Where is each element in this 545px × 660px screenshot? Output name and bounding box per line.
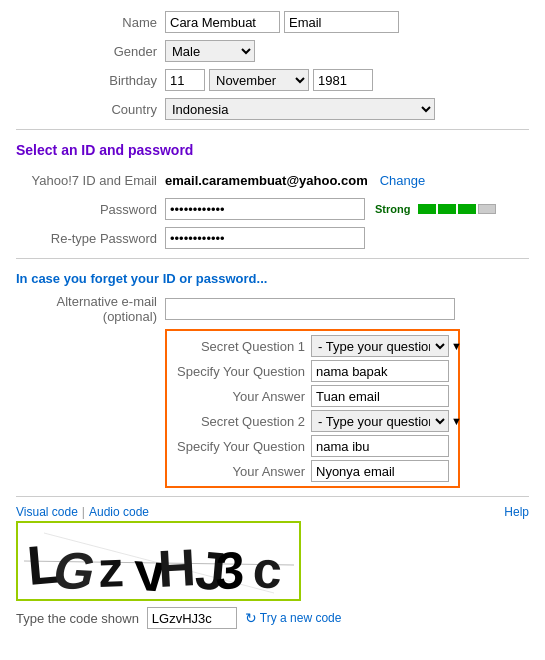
refresh-icon: ↻ (245, 610, 257, 626)
change-link[interactable]: Change (380, 173, 426, 188)
recovery-section-title: In case you forget your ID or password..… (0, 267, 545, 290)
strength-bars (418, 204, 496, 214)
try-new-label: Try a new code (260, 611, 342, 625)
specify-q2-label: Specify Your Question (173, 439, 311, 454)
svg-text:3: 3 (215, 540, 245, 599)
captcha-input-row: Type the code shown ↻ Try a new code (16, 607, 529, 629)
birthday-label: Birthday (0, 73, 165, 88)
gender-select[interactable]: Male Female (165, 40, 255, 62)
visual-code-tab[interactable]: Visual code (16, 505, 78, 519)
alt-email-input[interactable] (165, 298, 455, 320)
country-label: Country (0, 102, 165, 117)
first-name-input[interactable] (165, 11, 280, 33)
secret-q2-select[interactable]: - Type your question here - (311, 410, 449, 432)
yahoo-id-value: email.caramembuat@yahoo.com (165, 173, 368, 188)
id-password-section-title: Select an ID and password (0, 138, 545, 162)
svg-text:H: H (156, 538, 197, 598)
password-label: Password (0, 202, 165, 217)
birthday-year-input[interactable] (313, 69, 373, 91)
birthday-day-input[interactable] (165, 69, 205, 91)
captcha-help-link[interactable]: Help (504, 505, 529, 519)
retype-password-label: Re-type Password (0, 231, 165, 246)
alt-email-label: Alternative e-mail (optional) (0, 294, 165, 324)
specify-q1-input[interactable] (311, 360, 449, 382)
captcha-section: Visual code | Audio code Help L G z v H … (16, 505, 529, 629)
strength-bar-1 (418, 204, 436, 214)
captcha-tabs: Visual code | Audio code Help (16, 505, 529, 519)
country-select[interactable]: Indonesia United States United Kingdom A… (165, 98, 435, 120)
captcha-image: L G z v H J 3 c (16, 521, 301, 601)
yahoo-id-label: Yahoo!7 ID and Email (0, 173, 165, 188)
strength-bar-4 (478, 204, 496, 214)
svg-text:z: z (97, 541, 124, 598)
password-input[interactable] (165, 198, 365, 220)
name-label: Name (0, 15, 165, 30)
try-new-code-link[interactable]: ↻ Try a new code (245, 610, 342, 626)
secret-q2-label: Secret Question 2 (173, 414, 311, 429)
captcha-type-label: Type the code shown (16, 611, 139, 626)
retype-password-input[interactable] (165, 227, 365, 249)
strength-bar-3 (458, 204, 476, 214)
secret-q1-select[interactable]: - Type your question here - (311, 335, 449, 357)
answer1-label: Your Answer (173, 389, 311, 404)
answer2-label: Your Answer (173, 464, 311, 479)
tab-divider: | (82, 505, 85, 519)
secret-q1-label: Secret Question 1 (173, 339, 311, 354)
specify-q2-input[interactable] (311, 435, 449, 457)
strength-label: Strong (375, 203, 410, 215)
svg-text:c: c (251, 540, 283, 599)
birthday-month-select[interactable]: JanuaryFebruaryMarch AprilMayJune JulyAu… (209, 69, 309, 91)
answer1-input[interactable] (311, 385, 449, 407)
strength-bar-2 (438, 204, 456, 214)
last-name-input[interactable] (284, 11, 399, 33)
audio-code-tab[interactable]: Audio code (89, 505, 149, 519)
captcha-input[interactable] (147, 607, 237, 629)
answer2-input[interactable] (311, 460, 449, 482)
gender-label: Gender (0, 44, 165, 59)
specify-q1-label: Specify Your Question (173, 364, 311, 379)
